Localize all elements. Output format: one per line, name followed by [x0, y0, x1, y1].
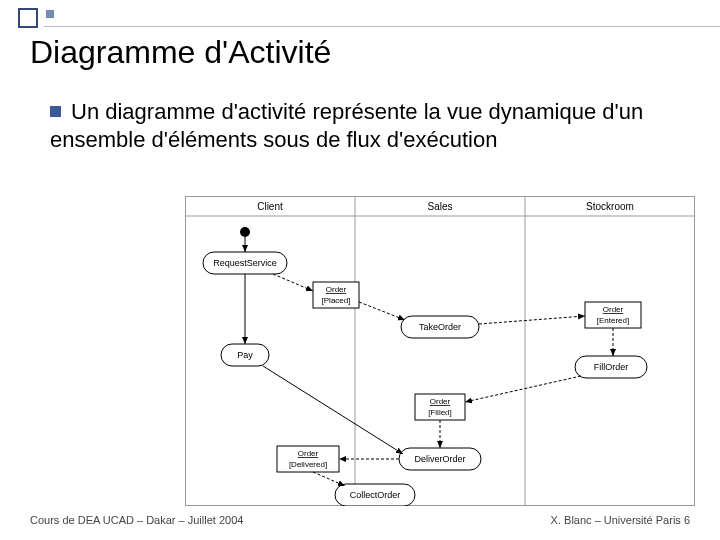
swimlane-header: Sales	[427, 201, 452, 212]
square-icon	[18, 8, 38, 28]
activity-diagram: Client Sales Stockroom RequestService Or…	[185, 196, 695, 506]
bullet-text: Un diagramme d'activité représente la vu…	[50, 99, 643, 152]
activity-label: DeliverOrder	[414, 454, 465, 464]
object-name: Order	[430, 397, 451, 406]
object-state: [Placed]	[322, 296, 351, 305]
object-name: Order	[326, 285, 347, 294]
object-state: [Entered]	[597, 316, 629, 325]
footer-left: Cours de DEA UCAD – Dakar – Juillet 2004	[30, 514, 243, 526]
object-state: [Filled]	[428, 408, 452, 417]
object-state: [Delivered]	[289, 460, 327, 469]
page-title: Diagramme d'Activité	[30, 34, 331, 71]
swimlane-header: Stockroom	[586, 201, 634, 212]
object-name: Order	[603, 305, 624, 314]
square-icon	[46, 10, 54, 18]
object-name: Order	[298, 449, 319, 458]
activity-label: CollectOrder	[350, 490, 401, 500]
swimlane-header: Client	[257, 201, 283, 212]
divider	[44, 26, 720, 27]
activity-label: RequestService	[213, 258, 277, 268]
activity-label: FillOrder	[594, 362, 629, 372]
decoration-squares	[18, 8, 54, 28]
activity-label: Pay	[237, 350, 253, 360]
initial-node-icon	[240, 227, 250, 237]
bullet-paragraph: Un diagramme d'activité représente la vu…	[50, 98, 680, 154]
bullet-icon	[50, 106, 61, 117]
slide: Diagramme d'Activité Un diagramme d'acti…	[0, 0, 720, 540]
footer-right: X. Blanc – Université Paris 6	[551, 514, 690, 526]
activity-label: TakeOrder	[419, 322, 461, 332]
